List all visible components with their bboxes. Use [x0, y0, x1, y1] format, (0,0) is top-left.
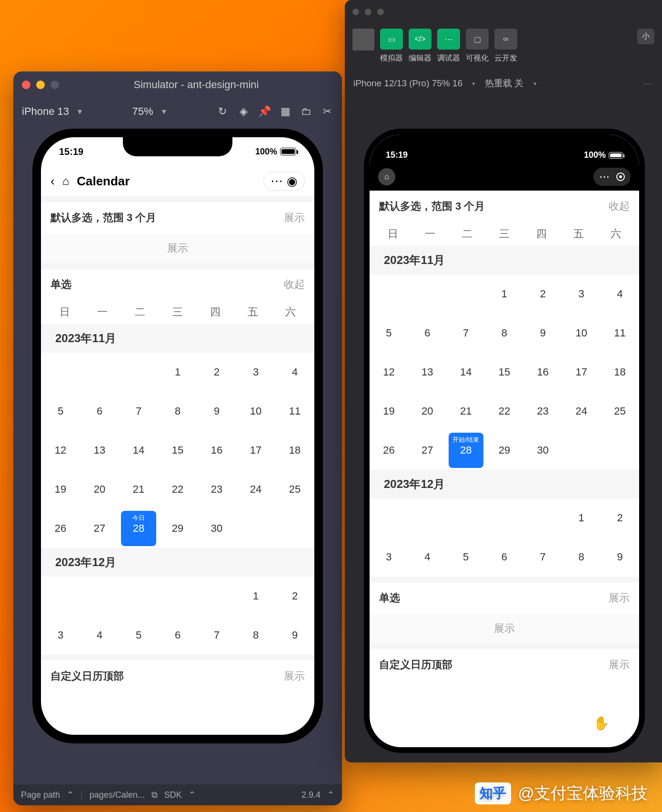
calendar-day[interactable]: 3: [236, 353, 275, 392]
calendar-day[interactable]: 12: [370, 353, 408, 392]
calendar-day[interactable]: 9: [197, 392, 236, 431]
calendar-day[interactable]: 24: [562, 392, 601, 431]
calendar-day[interactable]: 8: [562, 538, 601, 577]
home-icon[interactable]: ⌂: [378, 168, 395, 185]
calendar-day[interactable]: 4: [80, 616, 119, 655]
toolbar-调试器[interactable]: ⋯调试器: [436, 29, 461, 63]
grid-icon[interactable]: ▦: [279, 105, 291, 118]
calendar-day[interactable]: 7: [197, 616, 236, 655]
more-icon[interactable]: ⋯: [643, 78, 653, 89]
calendar-day[interactable]: 11: [275, 392, 314, 431]
calendar-day[interactable]: 1: [158, 353, 197, 392]
chevron-down-icon[interactable]: ▾: [162, 106, 166, 117]
calendar-day[interactable]: 15: [158, 431, 197, 470]
calendar-day[interactable]: 8: [236, 616, 275, 655]
calendar-day[interactable]: 开始/结束28: [449, 433, 483, 468]
calendar-day[interactable]: 2: [601, 498, 639, 538]
expand-button[interactable]: 展示: [284, 669, 305, 683]
expand-row[interactable]: 展示: [370, 614, 639, 643]
calendar-day[interactable]: 4: [408, 538, 447, 577]
calendar-day[interactable]: 4: [601, 274, 639, 314]
calendar-day[interactable]: 25: [275, 470, 314, 509]
calendar-day[interactable]: 12: [41, 431, 80, 470]
calendar-day[interactable]: 13: [80, 431, 119, 470]
calendar-day[interactable]: 2: [275, 577, 314, 616]
calendar-day[interactable]: 26: [370, 431, 408, 470]
expand-button[interactable]: 展示: [609, 591, 630, 605]
calendar-day[interactable]: 7: [523, 538, 562, 577]
calendar-day[interactable]: 1: [236, 577, 275, 616]
avatar[interactable]: [352, 29, 374, 51]
calendar-day[interactable]: 6: [408, 314, 447, 353]
calendar-day[interactable]: 25: [601, 392, 639, 431]
calendar-day[interactable]: 18: [601, 353, 639, 392]
calendar-day[interactable]: 3: [41, 616, 80, 655]
calendar-day[interactable]: 5: [447, 538, 485, 577]
calendar-day[interactable]: 1: [485, 274, 524, 314]
calendar-day[interactable]: 20: [80, 470, 119, 509]
calendar-day[interactable]: 9: [275, 616, 314, 655]
calendar-day[interactable]: 5: [370, 314, 408, 353]
calendar-day[interactable]: 23: [197, 470, 236, 509]
back-icon[interactable]: ‹: [50, 174, 55, 189]
calendar-day[interactable]: 5: [119, 616, 158, 655]
cube-icon[interactable]: ◈: [237, 105, 250, 118]
calendar-day[interactable]: 2: [197, 353, 236, 392]
toolbar-编辑器[interactable]: </>编辑器: [408, 29, 432, 63]
calendar-day[interactable]: 今日28: [121, 511, 156, 546]
calendar-day[interactable]: 17: [562, 353, 601, 392]
calendar-day[interactable]: 3: [370, 538, 408, 577]
collapse-button[interactable]: 收起: [284, 277, 305, 292]
calendar-day[interactable]: 29: [485, 431, 524, 470]
expand-button[interactable]: 展示: [284, 211, 305, 225]
traffic-lights[interactable]: [352, 9, 384, 15]
calendar-day[interactable]: 14: [447, 353, 485, 392]
calendar-day[interactable]: 27: [408, 431, 447, 470]
toolbar-可视化[interactable]: ▢可视化: [465, 29, 490, 63]
calendar-day[interactable]: 22: [485, 392, 524, 431]
device-label[interactable]: iPhone 13: [22, 105, 69, 118]
calendar-day[interactable]: 16: [197, 431, 236, 470]
hot-reload[interactable]: 热重载 关: [485, 77, 523, 90]
cut-icon[interactable]: ✂: [321, 105, 333, 118]
calendar-day[interactable]: 30: [197, 509, 236, 548]
calendar-day[interactable]: 22: [158, 470, 197, 509]
calendar-day[interactable]: 15: [485, 353, 524, 392]
calendar-day[interactable]: 27: [80, 509, 119, 548]
home-icon[interactable]: ⌂: [62, 174, 70, 188]
calendar-day[interactable]: 9: [601, 538, 639, 577]
calendar-day[interactable]: 18: [275, 431, 314, 470]
calendar-day[interactable]: 24: [236, 470, 275, 509]
calendar-day[interactable]: 20: [408, 392, 447, 431]
calendar-day[interactable]: 9: [523, 314, 562, 353]
device-selector[interactable]: iPhone 12/13 (Pro) 75% 16: [353, 78, 462, 89]
calendar-day[interactable]: 13: [408, 353, 447, 392]
toolbar-模拟器[interactable]: ▭模拟器: [379, 29, 404, 63]
calendar-day[interactable]: 30: [523, 431, 562, 470]
expand-row[interactable]: 展示: [41, 233, 314, 263]
capsule[interactable]: ⋯: [593, 168, 631, 186]
calendar-day[interactable]: 8: [158, 392, 197, 431]
toolbar-云开发[interactable]: ∞云开发: [493, 29, 518, 63]
calendar-day[interactable]: 26: [41, 509, 80, 548]
calendar-day[interactable]: 21: [119, 470, 158, 509]
calendar-day[interactable]: 7: [119, 392, 158, 431]
calendar-day[interactable]: 19: [41, 470, 80, 509]
calendar-day[interactable]: 10: [236, 392, 275, 431]
traffic-lights[interactable]: [22, 81, 59, 89]
zoom-label[interactable]: 75%: [132, 105, 153, 118]
calendar-day[interactable]: 29: [158, 509, 197, 548]
calendar-day[interactable]: 5: [41, 392, 80, 431]
folder-icon[interactable]: 🗀: [300, 105, 312, 118]
calendar-day[interactable]: 2: [523, 274, 562, 314]
calendar-day[interactable]: 17: [236, 431, 275, 470]
calendar-day[interactable]: 23: [523, 392, 562, 431]
chevron-down-icon[interactable]: ▾: [78, 106, 82, 117]
collapse-button[interactable]: 收起: [609, 199, 630, 213]
pin-icon[interactable]: 📌: [258, 105, 271, 118]
calendar-day[interactable]: 10: [562, 314, 601, 353]
calendar-day[interactable]: 1: [562, 498, 601, 538]
calendar-day[interactable]: 6: [485, 538, 524, 577]
calendar-day[interactable]: 3: [562, 274, 601, 314]
calendar-day[interactable]: 14: [119, 431, 158, 470]
